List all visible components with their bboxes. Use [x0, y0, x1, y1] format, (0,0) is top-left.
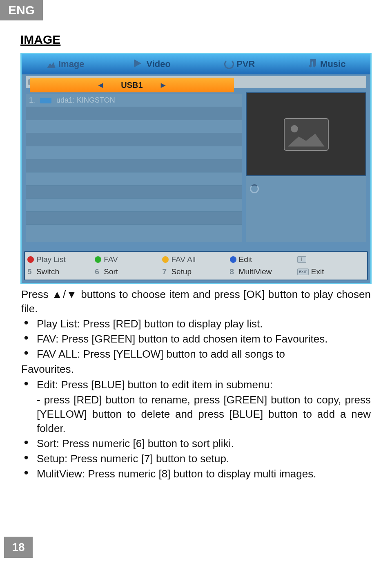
arrow-right-icon[interactable]: ►	[159, 81, 167, 90]
loading-spinner-icon	[250, 184, 259, 193]
intro-text: Press ▲/▼ buttons to choose item and pre…	[21, 287, 371, 316]
legend-multiview: 8MultiView	[230, 267, 297, 276]
image-icon	[46, 59, 56, 69]
info-pane	[246, 176, 366, 242]
list-item	[26, 133, 242, 146]
legend-favall: FAV All	[162, 255, 229, 264]
info-icon: i	[297, 256, 306, 263]
list-item	[26, 172, 242, 186]
red-dot-icon	[27, 256, 34, 263]
legend-exit: EXITExit	[297, 267, 365, 276]
tab-music[interactable]: Music	[283, 59, 371, 69]
legend-playlist: Play List	[27, 255, 95, 264]
list-item	[26, 120, 242, 133]
bullet-setup: Setup: Press numeric [7] button to setup…	[21, 452, 371, 466]
bullet-multiview: MulitView: Press numeric [8] button to d…	[21, 467, 371, 481]
list-item	[26, 212, 242, 225]
tab-label: Image	[58, 59, 85, 69]
section-heading: IMAGE	[20, 33, 392, 47]
screenshot: Image Video PVR Music ◄ USB1 ► 1. uda1: …	[20, 53, 372, 284]
list-item	[26, 159, 242, 172]
legend-switch: 5Switch	[27, 267, 95, 276]
tab-label: Music	[320, 59, 345, 69]
bullet-favall: FAV ALL: Press [YELLOW] button to add al…	[21, 347, 371, 361]
tab-pvr[interactable]: PVR	[196, 59, 283, 69]
file-list: 1. uda1: KINGSTON	[26, 94, 242, 242]
legend-edit: Edit	[230, 255, 297, 264]
tab-label: PVR	[236, 59, 255, 69]
favall-cont: Favourites.	[21, 362, 371, 376]
exit-icon: EXIT	[297, 269, 309, 275]
media-tabs: Image Video PVR Music	[22, 54, 370, 74]
legend-bar: Play List FAV FAV All Edit i 5Switch 6So…	[24, 251, 368, 280]
list-item	[26, 146, 242, 159]
pvr-icon	[224, 59, 234, 69]
preview-pane	[246, 92, 366, 176]
placeholder-image-icon	[284, 118, 329, 151]
tab-video[interactable]: Video	[109, 59, 196, 69]
arrow-left-icon[interactable]: ◄	[97, 81, 105, 90]
list-item	[26, 186, 242, 199]
language-tab: ENG	[0, 0, 43, 20]
blue-dot-icon	[230, 256, 236, 263]
page-number: 18	[4, 537, 33, 558]
usb-label: USB1	[121, 81, 143, 90]
body-text: Press ▲/▼ buttons to choose item and pre…	[21, 287, 371, 481]
video-icon	[134, 59, 144, 69]
list-index: 1.	[29, 96, 35, 105]
usb-icon	[40, 98, 51, 103]
list-item	[26, 199, 242, 212]
tab-label: Video	[146, 59, 171, 69]
legend-sort: 6Sort	[95, 267, 162, 276]
edit-sub: - press [RED] button to rename, press [G…	[21, 393, 371, 436]
list-label: uda1: KINGSTON	[56, 96, 115, 105]
yellow-dot-icon	[162, 256, 169, 263]
legend-info: i	[297, 256, 365, 263]
bullet-sort: Sort: Press numeric [6] button to sort p…	[21, 437, 371, 451]
bullet-edit: Edit: Press [BLUE] button to edit item i…	[21, 378, 371, 392]
list-item[interactable]: 1. uda1: KINGSTON	[26, 94, 242, 107]
bullet-playlist: Play List: Press [RED] button to display…	[21, 317, 371, 331]
usb-selector[interactable]: ◄ USB1 ►	[30, 78, 234, 92]
legend-fav: FAV	[95, 255, 162, 264]
tab-image[interactable]: Image	[22, 59, 109, 69]
green-dot-icon	[95, 256, 101, 263]
music-icon	[308, 59, 318, 69]
bullet-fav: FAV: Press [GREEN] button to add chosen …	[21, 332, 371, 346]
legend-setup: 7Setup	[162, 267, 229, 276]
list-item	[26, 107, 242, 120]
